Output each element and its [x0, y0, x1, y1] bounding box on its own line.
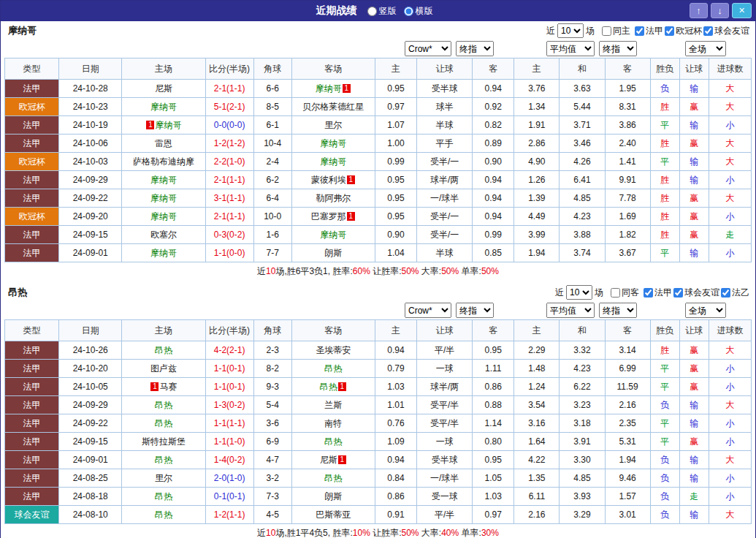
col-away: 客场: [291, 320, 375, 341]
handicap-line: 球半/两: [417, 378, 473, 396]
match-scope-select[interactable]: 全场: [685, 41, 726, 56]
league-filter-input[interactable]: [703, 26, 713, 36]
asian-away-odds: 0.94: [473, 208, 514, 226]
euro-final-select[interactable]: 终指: [599, 303, 637, 318]
summary-segment: 让胜率:: [370, 266, 402, 276]
league-filter-checkbox[interactable]: 法甲: [635, 25, 663, 37]
bookmaker-select[interactable]: Crow*: [405, 303, 451, 318]
asian-home-odds: 0.91: [375, 506, 416, 524]
match-type-badge: 欧冠杯: [5, 98, 59, 116]
match-count-select[interactable]: 10: [557, 23, 584, 38]
close-button[interactable]: ×: [732, 3, 752, 18]
result-handicap: 赢: [679, 226, 709, 244]
match-row: 法甲24-09-22摩纳哥3-1(1-1)6-4勒阿弗尔0.95一/球半0.94…: [5, 189, 752, 208]
handicap-line: 一球: [417, 433, 473, 451]
col-winloss: 胜负: [650, 58, 679, 80]
league-filter-checkbox[interactable]: 法乙: [721, 287, 749, 299]
match-date: 24-10-23: [59, 98, 122, 116]
horizontal-radio[interactable]: [404, 7, 413, 16]
home-team: 斯特拉斯堡: [122, 433, 205, 451]
average-select[interactable]: 平均值: [546, 41, 595, 56]
match-row: 法甲24-10-06雷恩1-2(1-2)10-4摩纳哥1.00平手0.892.8…: [5, 134, 752, 153]
team-name-text: 昂热: [324, 363, 342, 374]
league-filter-input[interactable]: [673, 288, 683, 298]
col-euro-home: 主: [514, 58, 560, 80]
team-name-text: 昂热: [324, 436, 342, 447]
league-filter-input[interactable]: [644, 288, 653, 298]
match-scope-select[interactable]: 全场: [685, 303, 726, 318]
corner-count: 6-1: [253, 116, 291, 134]
same-venue-input[interactable]: [611, 288, 620, 298]
league-filter-checkbox[interactable]: 球会友谊: [703, 25, 749, 37]
same-venue-checkbox[interactable]: 同主: [602, 25, 630, 37]
league-filter-checkbox[interactable]: 球会友谊: [673, 287, 719, 299]
col-handicap: 让球: [417, 320, 473, 341]
match-count-select[interactable]: 10: [566, 285, 592, 300]
asian-final-select[interactable]: 终指: [456, 303, 494, 318]
match-type-badge: 法甲: [5, 488, 59, 506]
odds-dropdown-bar: Crow* 终指 平均值 终指 全场: [1, 40, 755, 58]
euro-draw-odds: 3.29: [560, 506, 605, 524]
handicap-line: 一/球半: [417, 189, 473, 208]
match-date: 24-09-15: [59, 226, 122, 244]
euro-home-odds: 3.54: [514, 396, 560, 414]
match-type-badge: 法甲: [5, 396, 59, 414]
corner-count: 10-4: [253, 134, 291, 153]
bookmaker-select[interactable]: Crow*: [405, 41, 451, 56]
summary-segment: 大率:: [419, 528, 442, 538]
euro-final-select[interactable]: 终指: [599, 41, 637, 56]
match-row: 法甲24-08-18昂热0-1(0-1)7-3朗斯0.86受一球1.036.11…: [5, 488, 752, 506]
team-name-text: 巴斯蒂亚: [316, 509, 351, 520]
euro-home-odds: 1.24: [514, 378, 560, 396]
odds-dropdown-bar: Crow* 终指 平均值 终指 全场: [1, 302, 755, 319]
team-name-text: 昂热: [320, 382, 337, 392]
asian-final-select[interactable]: 终指: [456, 41, 494, 56]
euro-home-odds: 3.16: [514, 414, 560, 433]
titlebar: 近期战绩 竖版 横版 ↑ ↓ ×: [1, 1, 755, 21]
result-win-loss: 胜: [650, 226, 679, 244]
euro-draw-odds: 3.91: [560, 433, 605, 451]
asian-away-odds: 0.95: [473, 341, 514, 360]
team-name-text: 朗斯: [324, 491, 342, 501]
league-filter-input[interactable]: [635, 26, 644, 36]
asian-away-odds: 0.85: [473, 244, 514, 262]
match-type-badge: 欧冠杯: [5, 208, 59, 226]
league-filter-input[interactable]: [665, 26, 674, 36]
result-win-loss: 胜: [650, 341, 679, 360]
asian-away-odds: 0.94: [473, 80, 514, 98]
move-down-button[interactable]: ↓: [711, 3, 729, 18]
euro-home-odds: 3.76: [514, 80, 560, 98]
euro-away-odds: 9.91: [605, 171, 650, 189]
home-team: 昂热: [122, 341, 205, 360]
result-win-loss: 负: [650, 80, 679, 98]
euro-home-odds: 1.94: [514, 244, 560, 262]
corner-count: 8-5: [253, 98, 291, 116]
euro-home-odds: 2.29: [514, 341, 560, 360]
league-filter-input[interactable]: [721, 288, 730, 298]
euro-home-odds: 3.99: [514, 226, 560, 244]
match-date: 24-10-06: [59, 134, 122, 153]
summary-segment: 单率:: [459, 528, 481, 538]
corner-count: 8-2: [253, 360, 291, 378]
euro-draw-odds: 3.71: [560, 116, 605, 134]
home-team: 摩纳哥: [122, 208, 205, 226]
vertical-radio[interactable]: [367, 7, 377, 16]
same-venue-input[interactable]: [602, 26, 611, 36]
match-score: 5-1(2-1): [205, 98, 253, 116]
match-type-badge: 法甲: [5, 433, 59, 451]
average-select[interactable]: 平均值: [546, 303, 595, 318]
match-date: 24-10-19: [59, 116, 122, 134]
match-score: 0-0(0-0): [205, 116, 253, 134]
away-team: 昂热: [291, 360, 375, 378]
asian-home-odds: 1.00: [375, 134, 416, 153]
league-filter-checkbox[interactable]: 法甲: [644, 287, 672, 299]
league-filter-checkbox[interactable]: 欧冠杯: [665, 25, 702, 37]
match-type-badge: 法甲: [5, 341, 59, 360]
match-date: 24-08-18: [59, 488, 122, 506]
filter-bar: 摩纳哥 近 10 场 同主 法甲 欧冠杯 球会友谊: [1, 21, 755, 40]
same-venue-checkbox[interactable]: 同客: [611, 287, 639, 299]
euro-draw-odds: 3.18: [560, 414, 605, 433]
move-up-button[interactable]: ↑: [690, 3, 708, 18]
layout-vertical-option[interactable]: 竖版: [367, 5, 397, 18]
layout-horizontal-option[interactable]: 横版: [404, 5, 433, 18]
